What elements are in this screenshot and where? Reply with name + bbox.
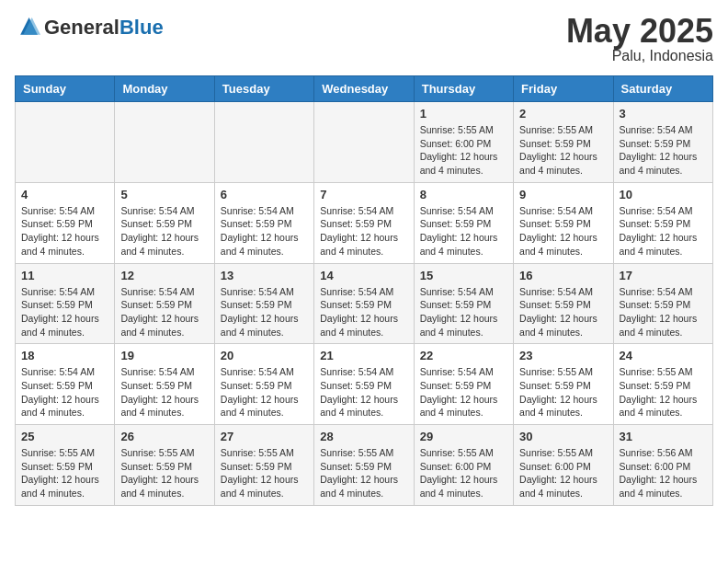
calendar-cell: 3Sunrise: 5:54 AMSunset: 5:59 PMDaylight… xyxy=(613,102,712,183)
day-info: Sunrise: 5:54 AMSunset: 5:59 PMDaylight:… xyxy=(221,204,308,259)
day-info: Sunrise: 5:54 AMSunset: 5:59 PMDaylight:… xyxy=(320,204,407,259)
day-number: 4 xyxy=(21,188,108,201)
day-number: 18 xyxy=(21,349,108,362)
day-info: Sunrise: 5:54 AMSunset: 5:59 PMDaylight:… xyxy=(420,365,507,419)
calendar-cell: 8Sunrise: 5:54 AMSunset: 5:59 PMDaylight… xyxy=(414,182,513,263)
day-number: 16 xyxy=(519,269,607,282)
calendar-cell xyxy=(16,102,115,183)
day-info: Sunrise: 5:54 AMSunset: 5:59 PMDaylight:… xyxy=(120,365,208,419)
day-info: Sunrise: 5:54 AMSunset: 5:59 PMDaylight:… xyxy=(420,204,507,259)
day-number: 26 xyxy=(120,430,208,443)
day-number: 15 xyxy=(420,269,507,282)
day-number: 1 xyxy=(420,107,507,121)
calendar-cell: 17Sunrise: 5:54 AMSunset: 5:59 PMDayligh… xyxy=(613,263,712,344)
calendar-cell: 28Sunrise: 5:55 AMSunset: 5:59 PMDayligh… xyxy=(314,425,414,506)
day-number: 12 xyxy=(120,269,208,282)
calendar-cell: 20Sunrise: 5:54 AMSunset: 5:59 PMDayligh… xyxy=(214,344,313,425)
day-info: Sunrise: 5:55 AMSunset: 6:00 PMDaylight:… xyxy=(420,446,507,500)
day-info: Sunrise: 5:54 AMSunset: 5:59 PMDaylight:… xyxy=(21,204,108,259)
calendar-cell: 9Sunrise: 5:54 AMSunset: 5:59 PMDaylight… xyxy=(514,182,613,263)
day-info: Sunrise: 5:55 AMSunset: 5:59 PMDaylight:… xyxy=(320,446,407,500)
day-number: 19 xyxy=(120,349,208,362)
day-number: 2 xyxy=(519,107,607,121)
day-number: 28 xyxy=(320,430,407,443)
calendar-cell xyxy=(115,102,214,183)
calendar-cell: 11Sunrise: 5:54 AMSunset: 5:59 PMDayligh… xyxy=(16,263,115,344)
col-sunday: Sunday xyxy=(16,76,115,102)
day-info: Sunrise: 5:54 AMSunset: 5:59 PMDaylight:… xyxy=(221,365,308,419)
day-number: 29 xyxy=(420,430,507,443)
calendar-cell: 13Sunrise: 5:54 AMSunset: 5:59 PMDayligh… xyxy=(214,263,313,344)
day-info: Sunrise: 5:55 AMSunset: 5:59 PMDaylight:… xyxy=(21,446,108,500)
week-row-5: 25Sunrise: 5:55 AMSunset: 5:59 PMDayligh… xyxy=(16,425,713,506)
calendar-cell: 18Sunrise: 5:54 AMSunset: 5:59 PMDayligh… xyxy=(16,344,115,425)
week-row-1: 1Sunrise: 5:55 AMSunset: 6:00 PMDaylight… xyxy=(16,102,713,183)
day-number: 21 xyxy=(320,349,407,362)
calendar-table: Sunday Monday Tuesday Wednesday Thursday… xyxy=(15,75,713,506)
day-number: 5 xyxy=(120,188,208,201)
day-info: Sunrise: 5:54 AMSunset: 5:59 PMDaylight:… xyxy=(519,204,607,259)
day-info: Sunrise: 5:54 AMSunset: 5:59 PMDaylight:… xyxy=(519,285,607,339)
day-number: 8 xyxy=(420,188,507,201)
calendar-cell: 22Sunrise: 5:54 AMSunset: 5:59 PMDayligh… xyxy=(414,344,513,425)
day-info: Sunrise: 5:54 AMSunset: 5:59 PMDaylight:… xyxy=(21,285,108,339)
day-number: 23 xyxy=(519,349,607,362)
day-info: Sunrise: 5:55 AMSunset: 5:59 PMDaylight:… xyxy=(221,446,308,500)
day-info: Sunrise: 5:54 AMSunset: 5:59 PMDaylight:… xyxy=(620,204,707,259)
calendar-cell: 10Sunrise: 5:54 AMSunset: 5:59 PMDayligh… xyxy=(613,182,712,263)
page-header: GeneralBlue May 2025 Palu, Indonesia xyxy=(15,15,713,64)
calendar-cell: 23Sunrise: 5:55 AMSunset: 5:59 PMDayligh… xyxy=(514,344,613,425)
logo-text: GeneralBlue xyxy=(44,17,164,38)
day-info: Sunrise: 5:55 AMSunset: 6:00 PMDaylight:… xyxy=(519,446,607,500)
calendar-cell: 12Sunrise: 5:54 AMSunset: 5:59 PMDayligh… xyxy=(115,263,214,344)
col-monday: Monday xyxy=(115,76,214,102)
day-number: 6 xyxy=(221,188,308,201)
day-number: 24 xyxy=(620,349,707,362)
day-number: 10 xyxy=(620,188,707,201)
calendar-cell: 26Sunrise: 5:55 AMSunset: 5:59 PMDayligh… xyxy=(115,425,214,506)
calendar-cell: 6Sunrise: 5:54 AMSunset: 5:59 PMDaylight… xyxy=(214,182,313,263)
day-info: Sunrise: 5:54 AMSunset: 5:59 PMDaylight:… xyxy=(320,285,407,339)
calendar-cell: 19Sunrise: 5:54 AMSunset: 5:59 PMDayligh… xyxy=(115,344,214,425)
day-number: 31 xyxy=(620,430,707,443)
day-number: 3 xyxy=(620,107,707,121)
day-number: 11 xyxy=(21,269,108,282)
day-number: 20 xyxy=(221,349,308,362)
calendar-cell: 4Sunrise: 5:54 AMSunset: 5:59 PMDaylight… xyxy=(16,182,115,263)
calendar-cell: 15Sunrise: 5:54 AMSunset: 5:59 PMDayligh… xyxy=(414,263,513,344)
day-number: 30 xyxy=(519,430,607,443)
calendar-cell: 30Sunrise: 5:55 AMSunset: 6:00 PMDayligh… xyxy=(514,425,613,506)
location: Palu, Indonesia xyxy=(566,48,713,64)
day-info: Sunrise: 5:54 AMSunset: 5:59 PMDaylight:… xyxy=(420,285,507,339)
logo-icon xyxy=(15,15,40,40)
calendar-cell: 27Sunrise: 5:55 AMSunset: 5:59 PMDayligh… xyxy=(214,425,313,506)
day-number: 9 xyxy=(519,188,607,201)
day-info: Sunrise: 5:54 AMSunset: 5:59 PMDaylight:… xyxy=(620,123,707,178)
calendar-cell: 14Sunrise: 5:54 AMSunset: 5:59 PMDayligh… xyxy=(314,263,414,344)
calendar-cell: 5Sunrise: 5:54 AMSunset: 5:59 PMDaylight… xyxy=(115,182,214,263)
calendar-cell: 25Sunrise: 5:55 AMSunset: 5:59 PMDayligh… xyxy=(16,425,115,506)
day-info: Sunrise: 5:54 AMSunset: 5:59 PMDaylight:… xyxy=(620,285,707,339)
day-number: 22 xyxy=(420,349,507,362)
calendar-cell: 24Sunrise: 5:55 AMSunset: 5:59 PMDayligh… xyxy=(613,344,712,425)
calendar-cell: 21Sunrise: 5:54 AMSunset: 5:59 PMDayligh… xyxy=(314,344,414,425)
day-info: Sunrise: 5:54 AMSunset: 5:59 PMDaylight:… xyxy=(221,285,308,339)
day-number: 14 xyxy=(320,269,407,282)
calendar-cell: 2Sunrise: 5:55 AMSunset: 5:59 PMDaylight… xyxy=(514,102,613,183)
week-row-4: 18Sunrise: 5:54 AMSunset: 5:59 PMDayligh… xyxy=(16,344,713,425)
day-info: Sunrise: 5:55 AMSunset: 5:59 PMDaylight:… xyxy=(620,365,707,419)
calendar-header-row: Sunday Monday Tuesday Wednesday Thursday… xyxy=(16,76,713,102)
title-block: May 2025 Palu, Indonesia xyxy=(566,15,713,64)
month-title: May 2025 xyxy=(566,15,713,48)
day-info: Sunrise: 5:55 AMSunset: 6:00 PMDaylight:… xyxy=(420,123,507,178)
week-row-3: 11Sunrise: 5:54 AMSunset: 5:59 PMDayligh… xyxy=(16,263,713,344)
col-tuesday: Tuesday xyxy=(214,76,313,102)
col-wednesday: Wednesday xyxy=(314,76,414,102)
day-info: Sunrise: 5:54 AMSunset: 5:59 PMDaylight:… xyxy=(320,365,407,419)
calendar-cell xyxy=(314,102,414,183)
day-number: 7 xyxy=(320,188,407,201)
day-number: 17 xyxy=(620,269,707,282)
day-info: Sunrise: 5:54 AMSunset: 5:59 PMDaylight:… xyxy=(120,285,208,339)
logo-general: General xyxy=(44,16,119,39)
calendar-cell: 1Sunrise: 5:55 AMSunset: 6:00 PMDaylight… xyxy=(414,102,513,183)
